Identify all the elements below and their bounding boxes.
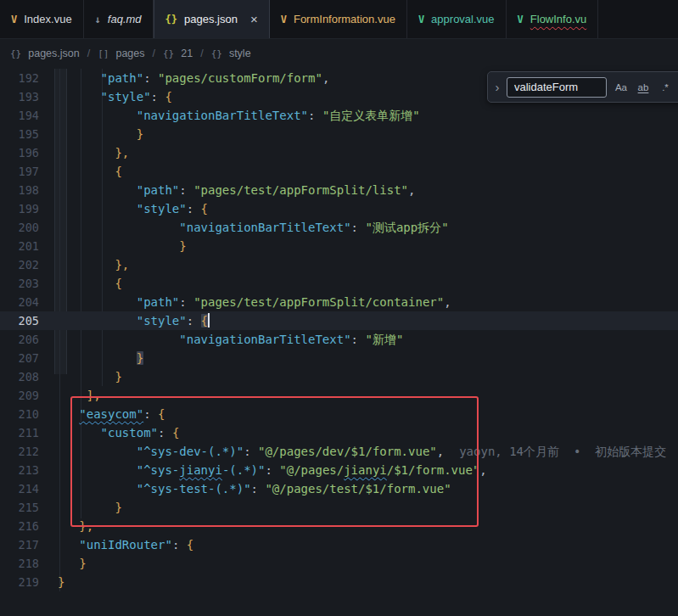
line-number[interactable]: 215 <box>0 498 39 517</box>
code-line-219[interactable]: 219} <box>0 573 678 591</box>
code-line-216[interactable]: 216 }, <box>0 517 678 535</box>
line-number[interactable]: 205 <box>0 311 39 330</box>
line-number[interactable]: 202 <box>0 255 39 274</box>
line-content[interactable]: "^sys-jianyi-(.*)": "@/pages/jianyi/$1/f… <box>39 461 487 479</box>
whole-word-icon[interactable]: ab <box>634 78 653 97</box>
tab-forminformation-vue[interactable]: VFormInformation.vue <box>270 0 407 38</box>
code-line-208[interactable]: 208 } <box>0 367 678 386</box>
line-content[interactable]: } <box>39 367 122 386</box>
line-number[interactable]: 193 <box>0 87 39 106</box>
code-line-205[interactable]: 205 "style": { <box>0 311 678 330</box>
code-line-210[interactable]: 210 "easycom": { <box>0 405 678 423</box>
breadcrumb-item[interactable]: 21 <box>181 48 193 59</box>
code-line-212[interactable]: 212 "^sys-dev-(.*)": "@/pages/dev/$1/for… <box>0 442 678 461</box>
line-number[interactable]: 201 <box>0 237 39 255</box>
line-number[interactable]: 209 <box>0 386 39 405</box>
line-content[interactable]: } <box>39 237 187 255</box>
line-content[interactable]: "style": { <box>39 87 172 106</box>
line-content[interactable]: "path": "pages/customForm/form", <box>39 69 329 87</box>
line-number[interactable]: 208 <box>0 367 39 386</box>
line-content[interactable]: } <box>39 554 87 573</box>
line-number[interactable]: 199 <box>0 199 39 218</box>
line-content[interactable]: "^sys-test-(.*)": "@/pages/test/$1/form.… <box>39 479 451 498</box>
tab-index-vue[interactable]: VIndex.vue <box>0 0 84 38</box>
breadcrumb-item[interactable]: style <box>229 48 251 59</box>
line-number[interactable]: 211 <box>0 423 39 442</box>
line-content[interactable]: } <box>39 498 122 517</box>
line-number[interactable]: 207 <box>0 349 39 367</box>
line-number[interactable]: 204 <box>0 293 39 311</box>
code-line-211[interactable]: 211 "custom": { <box>0 423 678 442</box>
code-line-217[interactable]: 217 "uniIdRouter": { <box>0 535 678 554</box>
line-content[interactable]: "navigationBarTitleText": "自定义表单新增" <box>39 106 420 125</box>
line-number[interactable]: 216 <box>0 517 39 535</box>
line-content[interactable]: "style": { <box>39 311 210 330</box>
line-content[interactable]: { <box>39 274 122 293</box>
breadcrumb-item[interactable]: pages.json <box>28 48 79 59</box>
line-content[interactable]: "style": { <box>39 199 208 218</box>
code-line-215[interactable]: 215 } <box>0 498 678 517</box>
line-content[interactable]: "navigationBarTitleText": "新增" <box>39 330 403 349</box>
line-number[interactable]: 197 <box>0 162 39 181</box>
line-content[interactable]: ], <box>39 386 101 405</box>
code-line-198[interactable]: 198 "path": "pages/test/appFormSplit/lis… <box>0 181 678 199</box>
code-line-213[interactable]: 213 "^sys-jianyi-(.*)": "@/pages/jianyi/… <box>0 461 678 479</box>
code-line-209[interactable]: 209 ], <box>0 386 678 405</box>
line-number[interactable]: 195 <box>0 125 39 143</box>
find-input[interactable] <box>507 77 607 98</box>
line-content[interactable]: { <box>39 162 122 181</box>
tab-flowinfo-vu[interactable]: VFlowInfo.vu <box>507 0 599 38</box>
line-content[interactable]: "path": "pages/test/appFormSplit/contain… <box>39 293 451 311</box>
line-content[interactable]: "^sys-dev-(.*)": "@/pages/dev/$1/form.vu… <box>39 442 666 461</box>
code-area[interactable]: 192 "path": "pages/customForm/form",193 … <box>0 69 678 591</box>
code-line-197[interactable]: 197 { <box>0 162 678 181</box>
line-content[interactable]: "path": "pages/test/appFormSplit/list", <box>39 181 415 199</box>
code-line-201[interactable]: 201 } <box>0 237 678 255</box>
line-number[interactable]: 217 <box>0 535 39 554</box>
match-case-icon[interactable]: Aa <box>612 78 630 97</box>
code-line-204[interactable]: 204 "path": "pages/test/appFormSplit/con… <box>0 293 678 311</box>
line-number[interactable]: 200 <box>0 218 39 237</box>
line-number[interactable]: 212 <box>0 442 39 461</box>
line-content[interactable]: "navigationBarTitleText": "测试app拆分" <box>39 218 449 237</box>
line-number[interactable]: 206 <box>0 330 39 349</box>
tab-approval-vue[interactable]: Vapproval.vue <box>407 0 507 38</box>
code-line-194[interactable]: 194 "navigationBarTitleText": "自定义表单新增" <box>0 106 678 125</box>
regex-icon[interactable]: .* <box>656 78 675 97</box>
line-content[interactable]: }, <box>39 255 129 274</box>
line-number[interactable]: 213 <box>0 461 39 479</box>
code-line-202[interactable]: 202 }, <box>0 255 678 274</box>
line-number[interactable]: 194 <box>0 106 39 125</box>
line-number[interactable]: 196 <box>0 143 39 162</box>
line-number[interactable]: 210 <box>0 405 39 423</box>
line-content[interactable]: "uniIdRouter": { <box>39 535 193 554</box>
line-content[interactable]: } <box>39 573 64 591</box>
line-content[interactable]: }, <box>39 517 93 535</box>
line-content[interactable]: "custom": { <box>39 423 179 442</box>
code-line-196[interactable]: 196 }, <box>0 143 678 162</box>
code-line-207[interactable]: 207 } <box>0 349 678 367</box>
code-line-206[interactable]: 206 "navigationBarTitleText": "新增" <box>0 330 678 349</box>
editor[interactable]: 192 "path": "pages/customForm/form",193 … <box>0 67 678 616</box>
toggle-replace-chevron-icon[interactable]: › <box>493 81 501 93</box>
line-content[interactable]: } <box>39 349 143 367</box>
tab-pages-json[interactable]: {}pages.json× <box>154 0 270 38</box>
line-content[interactable]: } <box>39 125 143 143</box>
tab-faq-md[interactable]: ↓faq.md <box>84 0 154 38</box>
line-number[interactable]: 192 <box>0 69 39 87</box>
breadcrumb-item[interactable]: pages <box>115 48 144 59</box>
line-number[interactable]: 198 <box>0 181 39 199</box>
line-number[interactable]: 214 <box>0 479 39 498</box>
code-line-218[interactable]: 218 } <box>0 554 678 573</box>
code-line-200[interactable]: 200 "navigationBarTitleText": "测试app拆分" <box>0 218 678 237</box>
close-tab-icon[interactable]: × <box>250 13 258 25</box>
line-number[interactable]: 218 <box>0 554 39 573</box>
line-content[interactable]: "easycom": { <box>39 405 165 423</box>
line-number[interactable]: 203 <box>0 274 39 293</box>
code-line-195[interactable]: 195 } <box>0 125 678 143</box>
line-number[interactable]: 219 <box>0 573 39 591</box>
code-line-203[interactable]: 203 { <box>0 274 678 293</box>
code-line-214[interactable]: 214 "^sys-test-(.*)": "@/pages/test/$1/f… <box>0 479 678 498</box>
line-content[interactable]: }, <box>39 143 129 162</box>
code-line-199[interactable]: 199 "style": { <box>0 199 678 218</box>
